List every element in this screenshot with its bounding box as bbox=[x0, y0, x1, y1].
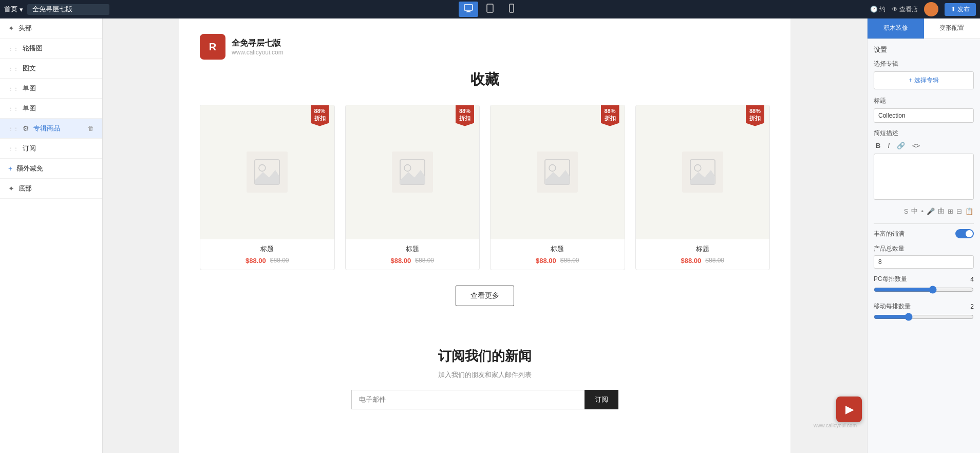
icon-grid[interactable]: ⊞ bbox=[947, 206, 954, 216]
product-info-3: 标题 $88.00 $88.00 bbox=[636, 239, 770, 270]
product-info-1: 标题 $88.00 $88.00 bbox=[346, 239, 480, 270]
mobile-per-row-slider[interactable] bbox=[874, 313, 974, 321]
plus-icon: + bbox=[8, 164, 12, 173]
bold-button[interactable]: B bbox=[874, 141, 882, 150]
description-label: 简短描述 bbox=[874, 129, 974, 138]
icon-clipboard[interactable]: 📋 bbox=[965, 206, 974, 216]
mobile-per-row-label-row: 移动每排数量 2 bbox=[874, 302, 974, 311]
layout: ✦ 头部 ⋮⋮ 轮播图 ⋮⋮ 图文 ⋮⋮ 单图 ⋮⋮ 单图 ⋮⋮ ⚙ 专辑商品 … bbox=[0, 18, 980, 453]
price-current-0: $88.00 bbox=[246, 257, 266, 265]
svg-point-6 bbox=[511, 11, 512, 12]
product-card-3: 88%折扣 标题 $88.00 $88.00 bbox=[635, 105, 770, 270]
pc-per-row-slider[interactable] bbox=[874, 286, 974, 294]
price-current-3: $88.00 bbox=[681, 257, 702, 265]
publish-button[interactable]: ⬆ 发布 bbox=[945, 3, 976, 16]
product-badge-3: 88%折扣 bbox=[746, 105, 764, 126]
product-image-1: 88%折扣 bbox=[346, 105, 480, 239]
sidebar-item-featured[interactable]: ⋮⋮ ⚙ 专辑商品 🗑 bbox=[0, 119, 102, 139]
tab-transform[interactable]: 变形配置 bbox=[924, 18, 981, 39]
icon-zh[interactable]: 中 bbox=[911, 206, 918, 216]
editor-icons-row: S 中 • 🎤 曲 ⊞ ⊟ 📋 bbox=[874, 206, 974, 216]
preview-label: 查看店 bbox=[899, 5, 918, 14]
canvas-content: R 全免寻层七版 www.calicyoui.com 收藏 88%折扣 bbox=[179, 18, 790, 453]
italic-button[interactable]: I bbox=[885, 141, 892, 150]
store-logo-text: R bbox=[209, 41, 216, 53]
sidebar-item-label-singleimage2: 单图 bbox=[23, 104, 94, 113]
product-card-1: 88%折扣 标题 $88.00 $88.00 bbox=[345, 105, 480, 270]
watermark-icon: ▶ bbox=[845, 403, 853, 416]
code-button[interactable]: <> bbox=[910, 141, 922, 150]
svg-rect-13 bbox=[537, 152, 578, 193]
view-mobile-btn[interactable] bbox=[502, 2, 521, 17]
title-input[interactable] bbox=[874, 108, 974, 123]
product-badge-0: 88%折扣 bbox=[311, 105, 329, 126]
main-canvas: R 全免寻层七版 www.calicyoui.com 收藏 88%折扣 bbox=[103, 18, 867, 453]
svg-rect-0 bbox=[464, 5, 473, 10]
sidebar-item-footer[interactable]: ✦ 底部 bbox=[0, 179, 102, 199]
sidebar-item-singleimage1[interactable]: ⋮⋮ 单图 bbox=[0, 79, 102, 99]
icon-bullet[interactable]: • bbox=[920, 206, 924, 216]
svg-rect-10 bbox=[392, 152, 433, 193]
link-button[interactable]: 🔗 bbox=[895, 141, 907, 150]
schedule-button[interactable]: 🕐 约 bbox=[870, 5, 885, 14]
price-original-3: $88.00 bbox=[705, 257, 724, 264]
sidebar-item-singleimage2[interactable]: ⋮⋮ 单图 bbox=[0, 99, 102, 119]
subscribe-button[interactable]: 订阅 bbox=[585, 390, 618, 409]
sidebar-item-extradiscount[interactable]: + 额外减免 bbox=[0, 159, 102, 179]
store-info: 全免寻层七版 www.calicyoui.com bbox=[232, 38, 284, 56]
product-info-0: 标题 $88.00 $88.00 bbox=[200, 239, 334, 270]
home-button[interactable]: 首页 ▾ bbox=[4, 5, 23, 14]
toggle-label: 丰富的铺满 bbox=[874, 230, 904, 238]
svg-rect-7 bbox=[247, 152, 288, 193]
product-title-3: 标题 bbox=[642, 244, 764, 254]
svg-rect-16 bbox=[682, 152, 723, 193]
icon-s[interactable]: S bbox=[903, 206, 909, 216]
product-price-0: $88.00 $88.00 bbox=[206, 257, 328, 265]
top-bar-center bbox=[109, 2, 870, 17]
description-textarea[interactable] bbox=[874, 154, 974, 200]
sidebar-item-label-featured: 专辑商品 bbox=[33, 124, 84, 133]
product-title-2: 标题 bbox=[497, 244, 618, 254]
album-section-label: 选择专辑 bbox=[874, 60, 974, 68]
select-album-button[interactable]: + 选择专辑 bbox=[874, 71, 974, 89]
page-name-input[interactable] bbox=[27, 4, 109, 15]
separator bbox=[874, 223, 974, 224]
sidebar-item-carousel[interactable]: ⋮⋮ 轮播图 bbox=[0, 39, 102, 59]
delete-icon[interactable]: 🗑 bbox=[88, 125, 94, 132]
icon-mic[interactable]: 🎤 bbox=[926, 206, 935, 216]
total-products-input[interactable] bbox=[874, 255, 974, 269]
sidebar-item-header[interactable]: ✦ 头部 bbox=[0, 18, 102, 39]
sidebar-item-label-footer: 底部 bbox=[18, 184, 94, 193]
sidebar-item-imagetext[interactable]: ⋮⋮ 图文 bbox=[0, 59, 102, 79]
total-products-field: 产品总数量 bbox=[874, 244, 974, 269]
watermark-logo: ▶ bbox=[836, 397, 862, 422]
drag-handle: ⋮⋮ bbox=[8, 146, 18, 152]
view-more-button[interactable]: 查看更多 bbox=[456, 286, 514, 306]
sidebar-item-label-imagetext: 图文 bbox=[23, 64, 94, 73]
product-title-1: 标题 bbox=[352, 244, 474, 254]
product-price-2: $88.00 $88.00 bbox=[497, 257, 618, 265]
rich-toggle-row: 丰富的铺满 bbox=[874, 229, 974, 238]
product-image-0: 88%折扣 bbox=[200, 105, 334, 239]
settings-label: 设置 bbox=[874, 45, 974, 54]
top-bar: 首页 ▾ 🕐 约 👁 查看店 ⬆ 发布 bbox=[0, 0, 980, 18]
top-bar-left: 首页 ▾ bbox=[4, 4, 109, 15]
product-info-2: 标题 $88.00 $88.00 bbox=[491, 239, 625, 270]
product-title-0: 标题 bbox=[206, 244, 328, 254]
svg-point-4 bbox=[489, 11, 491, 12]
drag-handle: ⋮⋮ bbox=[8, 46, 18, 51]
icon-minus[interactable]: ⊟ bbox=[956, 206, 963, 216]
view-tablet-btn[interactable] bbox=[480, 2, 500, 17]
price-original-2: $88.00 bbox=[560, 257, 579, 264]
sidebar-item-subscription[interactable]: ⋮⋮ 订阅 bbox=[0, 139, 102, 159]
tab-block-edit[interactable]: 积木装修 bbox=[868, 18, 924, 39]
preview-button[interactable]: 👁 查看店 bbox=[892, 5, 918, 14]
view-desktop-btn[interactable] bbox=[459, 2, 478, 17]
rich-toggle[interactable] bbox=[955, 229, 974, 238]
email-input[interactable] bbox=[351, 390, 585, 409]
price-current-2: $88.00 bbox=[536, 257, 556, 265]
icon-music[interactable]: 曲 bbox=[937, 206, 945, 216]
right-panel-body: 设置 选择专辑 + 选择专辑 标题 简短描述 B I 🔗 <> S 中 • 🎤 … bbox=[868, 39, 980, 335]
products-grid: 88%折扣 标题 $88.00 $88.00 88%折扣 bbox=[200, 105, 770, 270]
store-header: R 全免寻层七版 www.calicyoui.com bbox=[200, 34, 770, 60]
